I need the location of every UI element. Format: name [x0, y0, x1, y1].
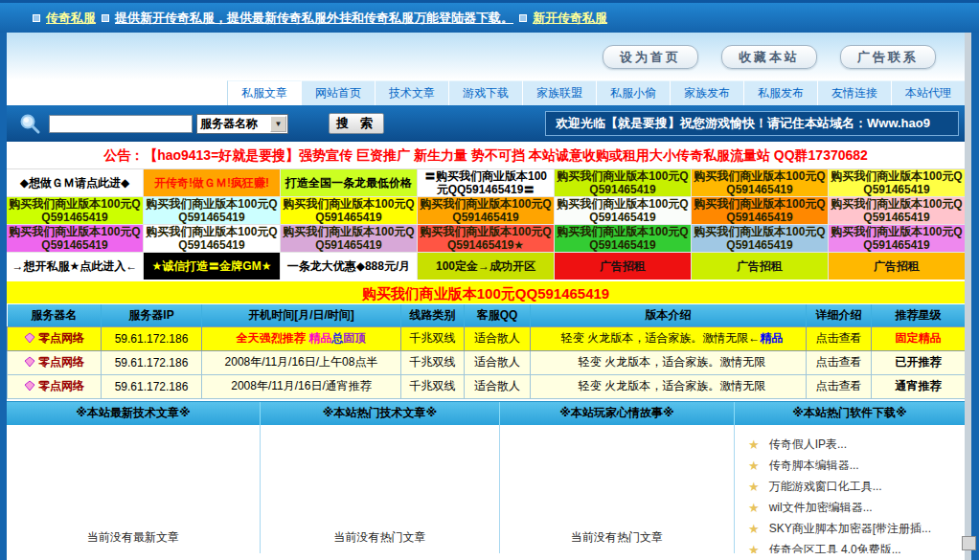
topbar-link-chuanqi-sifu[interactable]: 传奇私服 [46, 10, 96, 27]
search-input[interactable] [49, 115, 193, 133]
gem-icon [24, 356, 35, 368]
ad-cell[interactable]: 购买我们商业版本100元QQ591465419 [555, 197, 691, 224]
tab-private-articles[interactable]: 私服文章 [227, 80, 301, 105]
bookmark-button[interactable]: 收藏本站 [721, 45, 817, 69]
ad-cell[interactable]: 一条龙大优惠◆888元/月 [281, 253, 417, 280]
open-time-cell: 2008年/11月/16日/上午08点半 [202, 350, 401, 374]
star-level-cell: 已开推荐 [872, 350, 966, 374]
topbar-link-new-sifu[interactable]: 新开传奇私服 [533, 10, 607, 27]
ad-cell[interactable]: 购买我们商业版本100元QQ591465419★ [418, 225, 554, 252]
section-hot-tech-articles: ※本站热门技术文章※ [261, 402, 500, 425]
ad-cell[interactable]: 打造全国一条龙最低价格 [281, 169, 417, 196]
ad-cell[interactable]: ★诚信打造〓金牌GM★ [144, 253, 280, 280]
ad-cell[interactable]: 100定金→成功开区 [418, 253, 554, 280]
search-type-select[interactable]: 服务器名称 ▼ [196, 114, 288, 134]
server-table-header-row: 服务器名 服务器IP 开机时间[月/日/时间] 线路类别 客服QQ 版本介绍 详… [8, 304, 966, 326]
ad-cell[interactable]: 购买我们商业版本100元QQ591465419 [692, 169, 828, 196]
ad-cell[interactable]: ◆想做ＧＭ请点此进◆ [7, 169, 143, 196]
col-service-qq: 客服QQ [465, 304, 531, 326]
search-icon [18, 112, 41, 135]
ad-cell[interactable]: 广告招租 [692, 253, 828, 280]
right-edge-strip [965, 33, 971, 560]
server-name-cell[interactable]: 零点网络 [8, 326, 102, 350]
no-hot-articles-text: 当前没有热门文章 [261, 529, 499, 546]
section-latest-tech-articles: ※本站最新技术文章※ [7, 402, 261, 425]
ad-cell[interactable]: 购买我们商业版本100元QQ591465419 [692, 197, 828, 224]
ad-cell[interactable]: 购买我们商业版本100元QQ591465419 [144, 197, 280, 224]
tab-family-alliance[interactable]: 家族联盟 [522, 80, 596, 105]
col-server-ip: 服务器IP [102, 304, 202, 326]
bullet-square-icon [33, 14, 40, 22]
version-intro-cell: 轻变 火龙版本，适合家族。激情无限 [531, 350, 807, 374]
col-line-type: 线路类别 [401, 304, 465, 326]
ad-cell[interactable]: 购买我们商业版本100元QQ591465419 [829, 225, 965, 252]
ad-grid: ◆想做ＧＭ请点此进◆ 开传奇!做ＧＭ!疯狂赚! 打造全国一条龙最低价格 〓购买我… [7, 168, 965, 280]
hot-articles-column: 当前没有热门文章 [261, 425, 500, 553]
server-name-cell[interactable]: 零点网络 [8, 374, 102, 398]
ad-cell[interactable]: 购买我们商业版本100元QQ591465419 [829, 197, 965, 224]
detail-link[interactable]: 点击查看 [807, 350, 872, 374]
ad-cell[interactable]: 广告招租 [555, 253, 691, 280]
gem-icon [24, 380, 35, 392]
welcome-banner: 欢迎光临【就是要搜】祝您游戏愉快！请记住本站域名：Www.hao9 [545, 111, 959, 136]
detail-link[interactable]: 点击查看 [807, 374, 872, 398]
server-row: 零点网络 59.61.172.186 全天强烈推荐 精品总固顶 千兆双线 适合散… [8, 326, 966, 350]
tab-site-agent[interactable]: 本站代理 [891, 80, 965, 105]
search-button[interactable]: 搜 索 [329, 113, 384, 134]
ad-cell[interactable]: 购买我们商业版本100元QQ591465419 [555, 225, 691, 252]
detail-link[interactable]: 点击查看 [807, 326, 872, 350]
tab-game-download[interactable]: 游戏下载 [448, 80, 522, 105]
commercial-banner[interactable]: 购买我们商业版本100元QQ591465419 [7, 280, 965, 304]
version-intro-cell: 轻变 火龙版本，适合家族。激情无限 [531, 374, 807, 398]
ad-cell[interactable]: 购买我们商业版本100元QQ591465419 [7, 197, 143, 224]
tab-sifu-thief[interactable]: 私服小偷 [596, 80, 670, 105]
ad-cell[interactable]: 购买我们商业版本100元QQ591465419 [144, 225, 280, 252]
open-time-cell: 2008年/11月/16日/通宵推荐 [202, 374, 401, 398]
col-star-level: 推荐星级 [872, 304, 966, 326]
ad-cell[interactable]: 购买我们商业版本100元QQ591465419 [692, 225, 828, 252]
header-buttons: 设为首页 收藏本站 广告联系 [603, 45, 936, 69]
download-link[interactable]: ★ wil文件加密编辑器... [748, 498, 965, 519]
line-type-cell: 千兆双线 [401, 326, 465, 350]
ad-cell[interactable]: 购买我们商业版本100元QQ591465419 [281, 197, 417, 224]
ad-contact-button[interactable]: 广告联系 [840, 45, 936, 69]
player-stories-column: 当前没有热门文章 [500, 425, 735, 553]
search-bar: 服务器名称 ▼ 搜 索 欢迎光临【就是要搜】祝您游戏愉快！请记住本站域名：Www… [7, 105, 965, 142]
ad-cell[interactable]: 〓购买我们商业版本100元QQ591465419〓 [418, 169, 554, 196]
download-link[interactable]: ★ SKY商业脚本加密器[带注册插... [748, 519, 965, 540]
ad-cell[interactable]: →想开私服★点此进入← [7, 253, 143, 280]
ad-cell[interactable]: 广告招租 [829, 253, 965, 280]
download-link[interactable]: ★ 传奇合区工具 4.0免费版... [748, 540, 965, 553]
star-icon: ★ [748, 480, 760, 494]
tab-home[interactable]: 网站首页 [301, 80, 375, 105]
download-link[interactable]: ★ 传奇假人IP表... [748, 435, 965, 456]
star-icon: ★ [748, 459, 760, 473]
latest-articles-column: 当前没有最新文章 [7, 425, 261, 553]
tab-family-publish[interactable]: 家族发布 [670, 80, 743, 105]
line-type-cell: 千兆双线 [401, 374, 465, 398]
col-server-name: 服务器名 [8, 304, 102, 326]
ad-cell[interactable]: 购买我们商业版本100元QQ591465419 [281, 225, 417, 252]
topbar: 传奇私服 提供新开传奇私服，提供最新传奇私服外挂和传奇私服万能登陆器下载。 新开… [0, 0, 979, 33]
section-hot-downloads: ※本站热门软件下载※ [735, 402, 965, 425]
ad-cell[interactable]: 购买我们商业版本100元QQ591465419 [555, 169, 691, 196]
open-time-cell: 全天强烈推荐 精品总固顶 [202, 326, 401, 350]
server-name-cell[interactable]: 零点网络 [8, 350, 102, 374]
search-type-value: 服务器名称 [197, 116, 270, 132]
ad-cell[interactable]: 购买我们商业版本100元QQ591465419 [829, 169, 965, 196]
tab-tech-articles[interactable]: 技术文章 [375, 80, 448, 105]
tab-sifu-publish[interactable]: 私服发布 [743, 80, 817, 105]
scroll-widget[interactable] [962, 536, 976, 550]
star-icon: ★ [748, 437, 760, 452]
section-player-stories: ※本站玩家心情故事※ [500, 402, 735, 425]
set-home-button[interactable]: 设为首页 [603, 45, 698, 69]
star-level-cell: 通宵推荐 [872, 374, 966, 398]
chevron-down-icon[interactable]: ▼ [270, 116, 286, 132]
ad-cell[interactable]: 购买我们商业版本100元QQ591465419 [7, 225, 143, 252]
ad-cell[interactable]: 购买我们商业版本100元QQ591465419 [418, 197, 554, 224]
download-link[interactable]: ★ 传奇脚本编辑器... [748, 456, 965, 477]
ad-cell[interactable]: 开传奇!做ＧＭ!疯狂赚! [144, 169, 280, 196]
tab-friend-links[interactable]: 友情连接 [817, 80, 891, 105]
download-link[interactable]: ★ 万能游戏窗口化工具... [748, 477, 965, 498]
bullet-square-icon [102, 14, 109, 22]
